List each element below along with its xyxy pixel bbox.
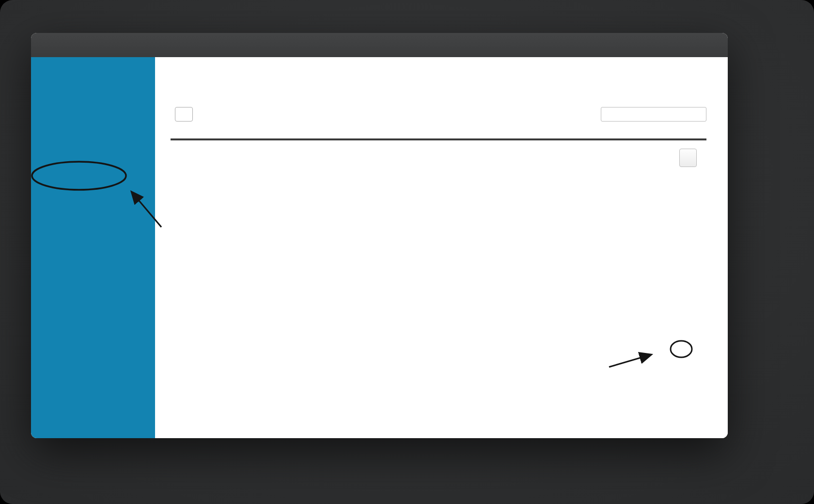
table-header-row — [171, 129, 706, 139]
table-controls — [171, 107, 706, 122]
search-input[interactable] — [601, 107, 706, 122]
close-window-button[interactable] — [49, 41, 57, 49]
search — [597, 107, 706, 122]
pagination — [670, 149, 706, 167]
qr-logo-icon — [42, 68, 59, 85]
app-body — [31, 57, 728, 438]
entries-count-input[interactable] — [175, 107, 193, 122]
topbar — [155, 57, 728, 87]
table-footer — [171, 140, 706, 175]
categories-table — [171, 129, 706, 175]
minimize-window-button[interactable] — [65, 41, 73, 49]
sidebar — [31, 57, 155, 438]
app-window — [31, 33, 728, 438]
maximize-window-button[interactable] — [81, 41, 89, 49]
window-titlebar — [31, 33, 728, 57]
show-entries — [171, 107, 197, 122]
main-panel — [155, 57, 728, 438]
sidebar-nav — [31, 90, 155, 438]
brand-logo-row[interactable] — [31, 57, 155, 90]
content — [155, 87, 728, 438]
page-number-button[interactable] — [679, 149, 697, 167]
desktop-background — [0, 0, 814, 504]
